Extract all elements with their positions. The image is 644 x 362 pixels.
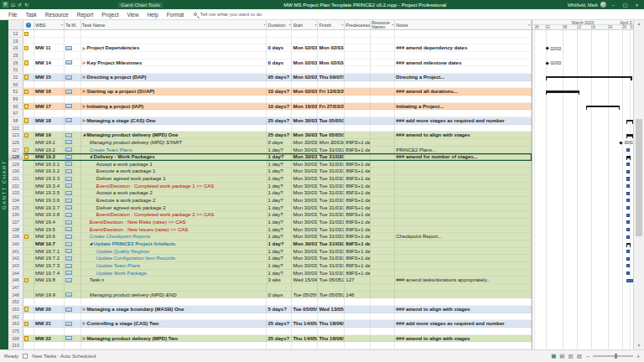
wbs-cell[interactable]: MW 19.9 <box>34 292 65 299</box>
row-number-cell[interactable]: 123 <box>8 132 23 139</box>
resource-names-cell[interactable] <box>371 270 395 277</box>
task-name-cell[interactable] <box>81 81 267 89</box>
row-number-cell[interactable]: 26 <box>8 59 23 67</box>
indicator-cell[interactable] <box>23 292 34 299</box>
note-indicator-icon[interactable] <box>24 147 29 153</box>
finish-cell[interactable]: Tue 31/03/20 <box>318 233 345 240</box>
menu-tab-format[interactable]: Format <box>163 12 189 18</box>
row-number-cell[interactable]: 144 <box>8 270 23 277</box>
wbs-cell[interactable] <box>34 298 65 306</box>
notes-cell[interactable] <box>395 52 532 59</box>
notes-cell[interactable] <box>395 255 532 262</box>
collapse-triangle-icon[interactable]: ◢ <box>90 240 92 247</box>
task-name-cell[interactable]: ▷Managing a stage (CAS) One <box>81 117 267 125</box>
notes-cell[interactable] <box>395 292 532 299</box>
view-gantt-icon[interactable]: ▦ <box>550 353 557 359</box>
indicator-cell[interactable] <box>23 52 34 59</box>
milestone-marker[interactable]: ◆ <box>619 140 622 146</box>
resource-names-cell[interactable] <box>371 292 395 299</box>
column-header-finish[interactable]: Finish▾ <box>318 20 345 29</box>
task-name-cell[interactable] <box>81 284 267 292</box>
row-number-cell[interactable]: 143 <box>8 262 23 270</box>
notes-cell[interactable] <box>395 30 532 38</box>
indicator-cell[interactable] <box>23 38 34 45</box>
menu-tab-help[interactable]: Help <box>143 12 162 18</box>
predecessors-cell[interactable] <box>345 38 371 45</box>
task-mode-cell[interactable] <box>65 117 81 125</box>
indicator-cell[interactable] <box>23 342 34 349</box>
task-mode-cell[interactable] <box>65 240 81 248</box>
task-mode-cell[interactable] <box>65 204 81 212</box>
predecessors-cell[interactable] <box>345 153 371 161</box>
note-indicator-icon[interactable] <box>24 118 29 123</box>
duration-cell[interactable]: 1 day? <box>267 175 293 183</box>
column-header-select-all[interactable] <box>8 20 23 29</box>
column-header-res[interactable]: Resource Names▾ <box>371 20 395 29</box>
duration-cell[interactable]: 1 day? <box>267 270 293 277</box>
predecessors-cell[interactable] <box>345 117 371 125</box>
row-number-cell[interactable]: 50 <box>8 81 23 89</box>
notes-cell[interactable] <box>395 328 532 335</box>
task-name-cell[interactable]: Deliver agreed work package 1 <box>81 175 267 183</box>
resource-names-cell[interactable] <box>371 328 395 335</box>
indicator-cell[interactable] <box>23 313 34 321</box>
task-mode-cell[interactable] <box>65 270 81 277</box>
task-name-cell[interactable]: Update Configuration Item Records <box>81 255 267 262</box>
finish-cell[interactable]: Mon 02/03/20 <box>318 59 345 67</box>
start-cell[interactable]: Mon 30/03/20 <box>292 219 318 226</box>
finish-cell[interactable] <box>318 328 345 335</box>
task-mode-cell[interactable] <box>65 147 81 154</box>
duration-cell[interactable]: 1 day? <box>267 219 293 226</box>
wbs-cell[interactable]: MW 21 <box>34 320 65 328</box>
note-indicator-icon[interactable] <box>24 336 29 341</box>
finish-cell[interactable] <box>318 66 345 74</box>
wbs-cell[interactable]: MW 11 <box>34 44 65 52</box>
predecessors-cell[interactable]: 89FS+1 day <box>345 211 371 219</box>
expand-triangle-icon[interactable]: ▷ <box>83 103 86 110</box>
indicator-cell[interactable] <box>23 110 34 117</box>
save-icon[interactable]: ⊡ <box>11 2 15 8</box>
wbs-cell[interactable]: MW 19.3.2 <box>34 168 65 175</box>
indicator-cell[interactable] <box>23 88 34 96</box>
wbs-cell[interactable]: MW 19.2 <box>34 147 65 154</box>
view-team-planner-icon[interactable]: ▥ <box>568 353 574 359</box>
note-indicator-icon[interactable] <box>24 235 29 240</box>
task-name-cell[interactable]: Task n <box>81 277 267 284</box>
finish-cell[interactable] <box>318 110 345 117</box>
resource-names-cell[interactable] <box>371 197 395 204</box>
indicator-cell[interactable] <box>23 226 34 234</box>
notes-cell[interactable]: ### amend all durations... <box>395 88 532 96</box>
notes-cell[interactable] <box>395 66 532 74</box>
predecessors-cell[interactable] <box>345 110 371 117</box>
note-indicator-icon[interactable] <box>24 32 29 37</box>
notes-cell[interactable] <box>395 81 532 89</box>
task-mode-cell[interactable] <box>65 110 81 117</box>
wbs-cell[interactable]: MW 19.3.4 <box>34 183 65 190</box>
indicator-cell[interactable] <box>23 204 34 212</box>
notes-cell[interactable] <box>395 38 532 45</box>
task-mode-cell[interactable] <box>65 96 81 103</box>
note-indicator-icon[interactable] <box>24 60 29 65</box>
resource-names-cell[interactable] <box>371 189 395 197</box>
row-number-cell[interactable]: 128 <box>8 153 23 161</box>
duration-cell[interactable] <box>267 298 292 306</box>
resource-names-cell[interactable] <box>371 211 395 219</box>
duration-cell[interactable] <box>267 96 292 103</box>
column-header-info[interactable]: i <box>23 20 34 29</box>
duration-cell[interactable]: 1 day? <box>267 233 293 240</box>
start-cell[interactable] <box>292 96 318 103</box>
notes-cell[interactable]: ### amend to align with stages <box>395 132 532 139</box>
wbs-cell[interactable]: MW 19.3.7 <box>34 204 65 212</box>
task-mode-cell[interactable] <box>65 125 81 132</box>
task-name-cell[interactable]: Accept a work package 2 <box>81 189 267 197</box>
finish-cell[interactable]: Tue 31/03/20 <box>318 161 345 168</box>
notes-cell[interactable]: ### add more stages as required and numb… <box>395 320 532 328</box>
row-number-cell[interactable]: 139 <box>8 233 23 240</box>
zoom-slider-thumb[interactable] <box>615 354 617 359</box>
expand-triangle-icon[interactable]: ▷ <box>83 335 86 342</box>
indicator-cell[interactable] <box>23 189 34 197</box>
task-bar[interactable] <box>626 279 633 282</box>
start-cell[interactable] <box>292 81 318 89</box>
predecessors-cell[interactable] <box>345 81 371 89</box>
start-cell[interactable] <box>292 328 318 335</box>
